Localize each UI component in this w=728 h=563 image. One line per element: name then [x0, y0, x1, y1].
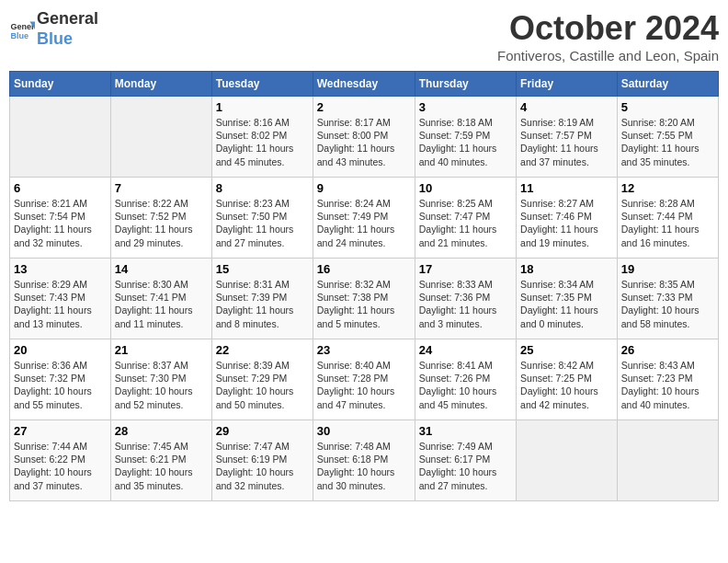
day-info: Sunrise: 7:45 AM Sunset: 6:21 PM Dayligh… [115, 440, 208, 492]
weekday-header: Saturday [617, 72, 718, 97]
weekday-row: SundayMondayTuesdayWednesdayThursdayFrid… [10, 72, 719, 97]
calendar-cell: 17Sunrise: 8:33 AM Sunset: 7:36 PM Dayli… [415, 259, 516, 339]
day-number: 19 [621, 262, 714, 276]
calendar-cell: 5Sunrise: 8:20 AM Sunset: 7:55 PM Daylig… [617, 97, 718, 178]
day-number: 24 [419, 343, 512, 357]
day-info: Sunrise: 8:32 AM Sunset: 7:38 PM Dayligh… [317, 278, 411, 330]
calendar-week-row: 6Sunrise: 8:21 AM Sunset: 7:54 PM Daylig… [10, 178, 719, 259]
day-number: 22 [216, 343, 309, 357]
day-info: Sunrise: 7:49 AM Sunset: 6:17 PM Dayligh… [419, 440, 512, 492]
day-info: Sunrise: 8:36 AM Sunset: 7:32 PM Dayligh… [14, 359, 107, 411]
logo: General Blue General Blue [9, 9, 98, 49]
day-info: Sunrise: 8:25 AM Sunset: 7:47 PM Dayligh… [419, 197, 512, 249]
day-number: 3 [419, 100, 512, 114]
day-number: 14 [115, 262, 208, 276]
day-number: 4 [520, 100, 613, 114]
calendar-cell: 23Sunrise: 8:40 AM Sunset: 7:28 PM Dayli… [313, 339, 415, 420]
calendar-cell: 25Sunrise: 8:42 AM Sunset: 7:25 PM Dayli… [517, 339, 618, 420]
day-number: 7 [115, 181, 208, 195]
day-info: Sunrise: 8:22 AM Sunset: 7:52 PM Dayligh… [115, 197, 208, 249]
day-number: 27 [14, 424, 107, 438]
day-number: 6 [14, 181, 107, 195]
day-number: 29 [216, 424, 309, 438]
calendar-cell: 13Sunrise: 8:29 AM Sunset: 7:43 PM Dayli… [10, 259, 111, 339]
calendar-week-row: 13Sunrise: 8:29 AM Sunset: 7:43 PM Dayli… [10, 259, 719, 339]
day-number: 21 [115, 343, 208, 357]
calendar-cell: 6Sunrise: 8:21 AM Sunset: 7:54 PM Daylig… [10, 178, 111, 259]
day-number: 17 [419, 262, 512, 276]
calendar-cell: 27Sunrise: 7:44 AM Sunset: 6:22 PM Dayli… [10, 420, 111, 501]
day-info: Sunrise: 8:31 AM Sunset: 7:39 PM Dayligh… [216, 278, 309, 330]
day-number: 31 [419, 424, 512, 438]
calendar-cell: 7Sunrise: 8:22 AM Sunset: 7:52 PM Daylig… [110, 178, 211, 259]
day-info: Sunrise: 8:27 AM Sunset: 7:46 PM Dayligh… [520, 197, 613, 249]
calendar-cell: 1Sunrise: 8:16 AM Sunset: 8:02 PM Daylig… [211, 97, 313, 178]
calendar-week-row: 20Sunrise: 8:36 AM Sunset: 7:32 PM Dayli… [10, 339, 719, 420]
calendar-cell: 20Sunrise: 8:36 AM Sunset: 7:32 PM Dayli… [10, 339, 111, 420]
logo-icon: General Blue [9, 17, 35, 42]
calendar-body: 1Sunrise: 8:16 AM Sunset: 8:02 PM Daylig… [10, 97, 719, 501]
day-number: 15 [216, 262, 309, 276]
calendar-cell: 14Sunrise: 8:30 AM Sunset: 7:41 PM Dayli… [110, 259, 211, 339]
calendar-cell: 31Sunrise: 7:49 AM Sunset: 6:17 PM Dayli… [415, 420, 516, 501]
calendar-cell: 29Sunrise: 7:47 AM Sunset: 6:19 PM Dayli… [211, 420, 313, 501]
calendar-cell: 9Sunrise: 8:24 AM Sunset: 7:49 PM Daylig… [313, 178, 415, 259]
day-number: 25 [520, 343, 613, 357]
day-number: 11 [520, 181, 613, 195]
day-info: Sunrise: 7:47 AM Sunset: 6:19 PM Dayligh… [216, 440, 309, 492]
calendar-cell: 22Sunrise: 8:39 AM Sunset: 7:29 PM Dayli… [211, 339, 313, 420]
calendar-cell: 18Sunrise: 8:34 AM Sunset: 7:35 PM Dayli… [517, 259, 618, 339]
calendar-cell: 21Sunrise: 8:37 AM Sunset: 7:30 PM Dayli… [110, 339, 211, 420]
day-info: Sunrise: 8:18 AM Sunset: 7:59 PM Dayligh… [419, 116, 512, 168]
day-number: 1 [216, 100, 309, 114]
day-number: 9 [317, 181, 411, 195]
day-number: 13 [14, 262, 107, 276]
day-info: Sunrise: 8:41 AM Sunset: 7:26 PM Dayligh… [419, 359, 512, 411]
logo-general-text: General [37, 9, 98, 29]
day-info: Sunrise: 8:30 AM Sunset: 7:41 PM Dayligh… [115, 278, 208, 330]
day-number: 18 [520, 262, 613, 276]
calendar-cell: 4Sunrise: 8:19 AM Sunset: 7:57 PM Daylig… [517, 97, 618, 178]
day-number: 30 [317, 424, 411, 438]
day-info: Sunrise: 8:21 AM Sunset: 7:54 PM Dayligh… [14, 197, 107, 249]
calendar-cell [617, 420, 718, 501]
calendar-week-row: 1Sunrise: 8:16 AM Sunset: 8:02 PM Daylig… [10, 97, 719, 178]
svg-text:Blue: Blue [10, 30, 28, 40]
day-number: 12 [621, 181, 714, 195]
weekday-header: Tuesday [211, 72, 313, 97]
day-info: Sunrise: 8:34 AM Sunset: 7:35 PM Dayligh… [520, 278, 613, 330]
day-number: 16 [317, 262, 411, 276]
weekday-header: Thursday [415, 72, 516, 97]
day-info: Sunrise: 8:24 AM Sunset: 7:49 PM Dayligh… [317, 197, 411, 249]
calendar-cell [110, 97, 211, 178]
day-info: Sunrise: 7:44 AM Sunset: 6:22 PM Dayligh… [14, 440, 107, 492]
calendar-cell [10, 97, 111, 178]
day-number: 26 [621, 343, 714, 357]
calendar-cell [517, 420, 618, 501]
day-info: Sunrise: 8:23 AM Sunset: 7:50 PM Dayligh… [216, 197, 309, 249]
month-title: October 2024 [497, 9, 719, 48]
weekday-header: Friday [517, 72, 618, 97]
title-block: October 2024 Fontiveros, Castille and Le… [497, 9, 719, 63]
day-info: Sunrise: 8:35 AM Sunset: 7:33 PM Dayligh… [621, 278, 714, 330]
weekday-header: Monday [110, 72, 211, 97]
calendar-cell: 10Sunrise: 8:25 AM Sunset: 7:47 PM Dayli… [415, 178, 516, 259]
page-header: General Blue General Blue October 2024 F… [9, 9, 719, 63]
day-info: Sunrise: 8:40 AM Sunset: 7:28 PM Dayligh… [317, 359, 411, 411]
calendar-header: SundayMondayTuesdayWednesdayThursdayFrid… [10, 72, 719, 97]
calendar-week-row: 27Sunrise: 7:44 AM Sunset: 6:22 PM Dayli… [10, 420, 719, 501]
day-info: Sunrise: 8:29 AM Sunset: 7:43 PM Dayligh… [14, 278, 107, 330]
day-number: 23 [317, 343, 411, 357]
weekday-header: Sunday [10, 72, 111, 97]
calendar-cell: 28Sunrise: 7:45 AM Sunset: 6:21 PM Dayli… [110, 420, 211, 501]
day-info: Sunrise: 8:42 AM Sunset: 7:25 PM Dayligh… [520, 359, 613, 411]
day-info: Sunrise: 8:16 AM Sunset: 8:02 PM Dayligh… [216, 116, 309, 168]
day-info: Sunrise: 8:33 AM Sunset: 7:36 PM Dayligh… [419, 278, 512, 330]
day-info: Sunrise: 8:19 AM Sunset: 7:57 PM Dayligh… [520, 116, 613, 168]
day-number: 5 [621, 100, 714, 114]
day-info: Sunrise: 8:43 AM Sunset: 7:23 PM Dayligh… [621, 359, 714, 411]
day-number: 10 [419, 181, 512, 195]
day-number: 20 [14, 343, 107, 357]
day-number: 2 [317, 100, 411, 114]
calendar-cell: 12Sunrise: 8:28 AM Sunset: 7:44 PM Dayli… [617, 178, 718, 259]
